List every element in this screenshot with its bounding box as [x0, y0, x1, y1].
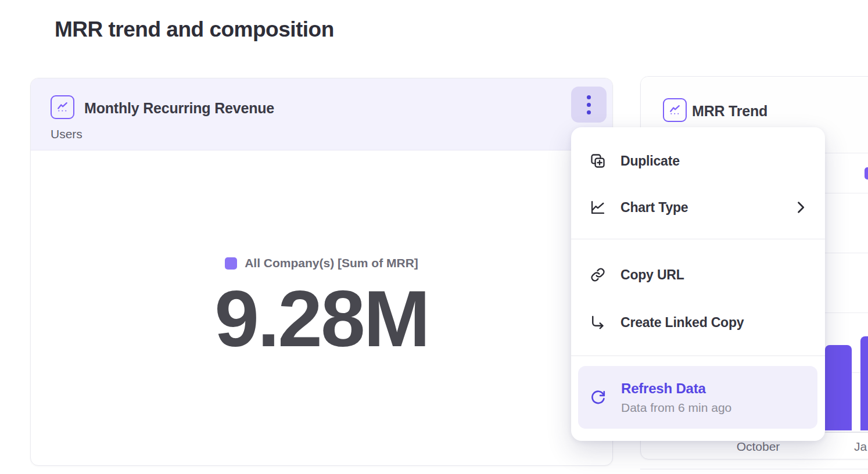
chevron-right-icon — [792, 199, 809, 216]
bar-october[interactable] — [825, 345, 852, 430]
duplicate-icon — [590, 153, 606, 169]
menu-item-duplicate[interactable]: Duplicate — [571, 137, 825, 185]
chart-type-icon — [590, 199, 606, 216]
card-context-menu: Duplicate Chart Type Copy URL — [571, 127, 825, 441]
menu-item-label: Duplicate — [620, 153, 680, 169]
x-axis-label-january: Ja — [854, 440, 867, 454]
menu-item-label: Create Linked Copy — [620, 315, 744, 331]
card-menu-button[interactable] — [571, 87, 607, 123]
kpi-body: All Company(s) [Sum of MRR] 9.28M — [31, 256, 612, 360]
menu-item-chart-type[interactable]: Chart Type — [571, 185, 825, 229]
menu-item-label: Copy URL — [620, 267, 684, 283]
next-card-top-edge — [640, 469, 868, 469]
mrr-card-subtitle: Users — [51, 127, 83, 141]
dashboard-page: MRR trend and composition Monthly Recurr… — [0, 0, 868, 474]
refresh-timestamp: Data from 6 min ago — [621, 401, 731, 415]
menu-item-label: Refresh Data — [621, 380, 731, 397]
kpi-legend: All Company(s) [Sum of MRR] — [225, 256, 418, 270]
menu-item-copy-url[interactable]: Copy URL — [571, 251, 825, 299]
menu-item-label: Chart Type — [620, 200, 688, 216]
chart-widget-icon — [663, 98, 687, 122]
mrr-card: Monthly Recurring Revenue Users All Comp… — [30, 78, 613, 466]
chart-widget-icon — [51, 95, 74, 119]
mrr-card-title: Monthly Recurring Revenue — [84, 100, 274, 117]
link-icon — [590, 267, 606, 283]
menu-divider — [571, 356, 825, 356]
trend-legend-swatch — [865, 167, 868, 179]
linked-copy-arrow-icon — [590, 314, 606, 331]
menu-divider — [571, 239, 825, 239]
mrr-card-header: Monthly Recurring Revenue Users — [31, 78, 612, 150]
bar-january[interactable] — [860, 336, 868, 430]
page-title: MRR trend and composition — [55, 17, 334, 42]
menu-item-create-linked-copy[interactable]: Create Linked Copy — [571, 299, 825, 346]
trend-card-title: MRR Trend — [692, 103, 767, 120]
menu-item-refresh-data[interactable]: Refresh Data Data from 6 min ago — [578, 366, 817, 429]
x-axis-label-october: October — [735, 440, 781, 454]
legend-swatch — [225, 257, 237, 270]
legend-label: All Company(s) [Sum of MRR] — [245, 256, 418, 270]
kpi-value: 9.28M — [31, 276, 612, 361]
kebab-icon — [587, 95, 591, 114]
refresh-icon — [590, 389, 607, 406]
